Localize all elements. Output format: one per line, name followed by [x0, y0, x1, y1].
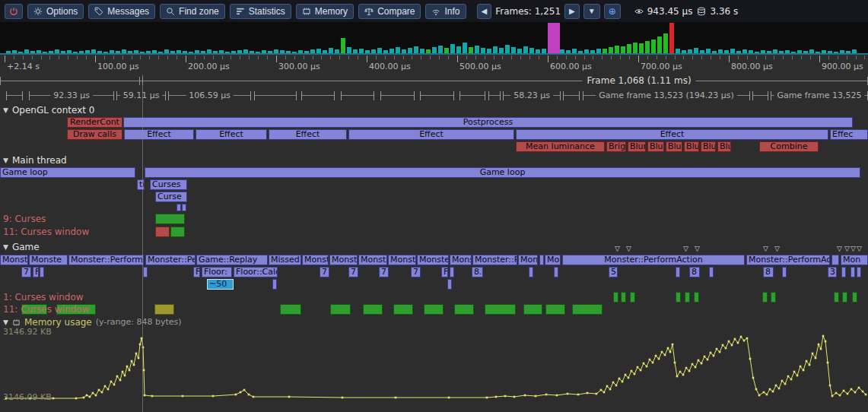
histogram-bar[interactable] [773, 49, 777, 53]
info-button[interactable]: Info [425, 4, 466, 19]
zone-bar[interactable] [554, 267, 558, 277]
zone-bar[interactable] [613, 292, 618, 303]
zone-bar[interactable] [523, 304, 542, 315]
histogram-bar[interactable] [475, 46, 479, 53]
zone-bar[interactable] [176, 204, 181, 211]
histogram-bar[interactable] [444, 48, 449, 53]
histogram-bar[interactable] [243, 49, 248, 53]
histogram-bar[interactable] [359, 49, 364, 53]
frame-mark[interactable]: Game frame 13,523 (194.23 μs) [583, 91, 750, 100]
power-button[interactable] [5, 4, 23, 19]
frames-dropdown-button[interactable]: ▼ [583, 4, 600, 19]
zone-bar[interactable] [630, 292, 635, 303]
zone-bar[interactable]: RenderCont [67, 117, 122, 128]
zone-bar[interactable]: 7 [320, 267, 329, 277]
zone-bar[interactable]: Game::Replay [196, 255, 268, 265]
zone-bar[interactable] [852, 292, 857, 303]
histogram-bar[interactable] [682, 50, 686, 53]
histogram-bar[interactable] [73, 52, 78, 53]
histogram-bar[interactable] [596, 49, 601, 53]
histogram-bar[interactable] [590, 50, 595, 53]
zone-bar[interactable] [621, 292, 626, 303]
frame-mark[interactable] [254, 91, 297, 100]
find-zone-button[interactable]: Find zone [160, 4, 225, 19]
histogram-bar[interactable] [718, 49, 723, 53]
histogram-bar[interactable] [383, 50, 388, 53]
frame-mark[interactable] [459, 91, 485, 100]
histogram-bar[interactable] [420, 49, 424, 53]
section-header-memory[interactable]: ▼ Memory usage (y-range: 848 bytes) [3, 317, 182, 328]
frame-mark[interactable]: Game frame 13,525 [771, 91, 868, 100]
zone-bar[interactable]: 8 [763, 267, 774, 277]
zone-bar[interactable]: 7 [21, 267, 31, 277]
zone-bar[interactable]: Game loop [145, 167, 860, 178]
histogram-bar[interactable] [329, 48, 333, 53]
histogram-bar[interactable] [791, 52, 796, 53]
histogram-bar[interactable] [146, 51, 151, 53]
statistics-button[interactable]: Statistics [230, 4, 291, 19]
histogram-bar[interactable] [12, 50, 17, 53]
histogram-bar[interactable] [219, 50, 224, 53]
histogram-bar[interactable] [505, 45, 510, 53]
zone-bar[interactable] [330, 304, 351, 315]
message-marker-icon[interactable]: ▽ [837, 246, 842, 252]
zone-bar[interactable] [280, 304, 301, 315]
histogram-bar[interactable] [365, 50, 370, 53]
message-marker-icon[interactable]: ▽ [763, 246, 768, 252]
histogram-bar[interactable] [554, 23, 560, 53]
histogram-bar[interactable] [122, 49, 126, 53]
zone-bar[interactable] [154, 304, 174, 315]
zone-bar[interactable] [393, 304, 413, 315]
zone-bar[interactable] [363, 304, 383, 315]
zone-bar[interactable]: Effect [196, 129, 267, 140]
zone-bar[interactable]: Game loop [0, 167, 135, 178]
histogram-bar[interactable] [560, 49, 564, 53]
histogram-bar[interactable] [231, 51, 236, 53]
histogram-bar[interactable] [97, 51, 102, 53]
histogram-bar[interactable] [225, 52, 230, 53]
histogram-bar[interactable] [450, 44, 455, 53]
zone-bar[interactable]: Monster::Pe [145, 255, 196, 265]
histogram-bar[interactable] [176, 50, 181, 53]
histogram-bar[interactable] [432, 47, 437, 53]
frame-mark[interactable] [6, 91, 23, 100]
histogram-bar[interactable] [803, 51, 808, 53]
zone-bar[interactable]: Curses [150, 179, 187, 190]
histogram-bar[interactable] [335, 49, 339, 53]
histogram-bar[interactable] [110, 50, 114, 53]
histogram-bar[interactable] [353, 49, 358, 53]
zone-bar[interactable] [694, 292, 699, 303]
zone-bar[interactable] [40, 267, 44, 277]
histogram-bar[interactable] [18, 52, 23, 53]
histogram-bar[interactable] [633, 43, 637, 53]
histogram-bar[interactable] [572, 49, 577, 53]
compare-button[interactable]: Compare [358, 4, 421, 19]
histogram-bar[interactable] [548, 23, 554, 53]
zone-bar[interactable]: Floor::Calc [234, 267, 278, 277]
histogram-bar[interactable] [85, 50, 90, 53]
histogram-bar[interactable] [116, 51, 120, 53]
histogram-bar[interactable] [316, 49, 321, 53]
histogram-bar[interactable] [809, 49, 814, 53]
message-marker-icon[interactable]: ▽ [774, 246, 780, 252]
zone-bar[interactable] [685, 292, 690, 303]
zone-bar[interactable] [857, 267, 861, 277]
histogram-bar[interactable] [846, 51, 851, 53]
message-marker-icon[interactable]: ▽ [851, 246, 856, 252]
zone-bar[interactable]: Monste [29, 255, 68, 265]
next-frame-button[interactable]: ▶ [564, 4, 580, 19]
zone-bar[interactable]: 8 [689, 267, 700, 277]
zone-bar[interactable]: Monst [388, 255, 416, 265]
histogram-bar[interactable] [207, 49, 211, 53]
histogram-bar[interactable] [201, 51, 205, 53]
zone-bar[interactable]: Effect [348, 129, 514, 140]
histogram-bar[interactable] [657, 36, 662, 53]
zone-bar[interactable] [841, 267, 846, 277]
histogram-bar[interactable] [822, 50, 826, 53]
zone-bar[interactable]: F [193, 267, 200, 277]
histogram-bar[interactable] [402, 49, 406, 53]
histogram-bar[interactable] [280, 50, 285, 53]
histogram-bar[interactable] [164, 49, 169, 53]
histogram-bar[interactable] [724, 50, 729, 53]
histogram-bar[interactable] [377, 48, 382, 53]
